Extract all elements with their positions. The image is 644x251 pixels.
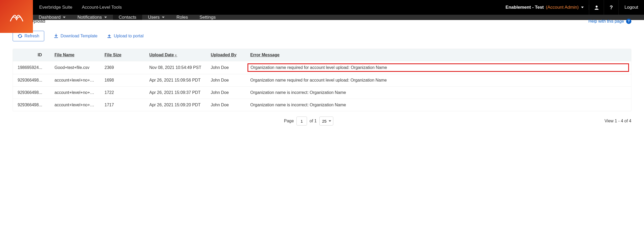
cell-id: 198695924... [13, 61, 50, 74]
table-row: 198695924...Good+test+file.csv2369Nov 08… [13, 61, 631, 74]
cell-date: Nov 08, 2021 10:54:49 PST [145, 61, 206, 74]
cell-error: Organization name required for account l… [245, 61, 631, 74]
cell-by: John Doe [206, 74, 245, 87]
help-link-label: Help with this page [588, 19, 624, 24]
user-icon [594, 5, 599, 10]
nav-users-label: Users [148, 15, 160, 20]
account-tools-link[interactable]: Account-Level Tools [82, 5, 122, 10]
nav-roles[interactable]: Roles [171, 15, 194, 20]
primary-nav: Dashboard Notifications Contacts Users R… [33, 15, 644, 20]
cell-date: Apr 26, 2021 15:09:20 PDT [145, 99, 206, 111]
col-upload-date[interactable]: Upload Date▼ [145, 49, 206, 61]
help-link[interactable]: Help with this page ? [588, 19, 631, 24]
pager-controls: Page of 1 25 [284, 117, 333, 125]
cell-by: John Doe [206, 61, 245, 74]
logout-link[interactable]: Logout [618, 0, 644, 15]
chevron-down-icon [162, 16, 165, 19]
col-uploaded-by[interactable]: Uploaded By [206, 49, 245, 61]
chevron-down-icon [581, 6, 584, 9]
upload-portal-link[interactable]: Upload to portal [107, 34, 143, 38]
pager-summary: View 1 - 4 of 4 [605, 119, 631, 123]
uploads-table: ID File Name File Size Upload Date▼ Uplo… [13, 49, 631, 111]
cell-error: Organization name is incorrect: Organiza… [245, 87, 631, 99]
nav-settings[interactable]: Settings [194, 15, 221, 20]
topbar-content: Everbridge Suite Account-Level Tools Ena… [33, 0, 644, 15]
pager-page-label: Page [284, 119, 294, 123]
upload-label: Upload to portal [114, 34, 143, 38]
nav-notifications-label: Notifications [77, 15, 102, 20]
pager-page-input[interactable] [296, 117, 307, 125]
col-id[interactable]: ID [13, 49, 50, 61]
cell-id: 929366498... [13, 87, 50, 99]
cell-by: John Doe [206, 87, 245, 99]
topbar-links: Everbridge Suite Account-Level Tools [33, 5, 122, 10]
chevron-down-icon [104, 16, 107, 19]
cell-size: 2369 [100, 61, 145, 74]
nav-contacts[interactable]: Contacts [113, 15, 142, 20]
download-template-link[interactable]: Download Template [54, 34, 97, 38]
table-row: 929366498...account+level+no+or...1717Ap… [13, 99, 631, 111]
pager-of-label: of 1 [310, 119, 317, 123]
chevron-down-icon [63, 16, 66, 19]
refresh-label: Refresh [24, 34, 39, 38]
cell-file: account+level+no+or... [50, 74, 100, 87]
cell-id: 929366498... [13, 99, 50, 111]
help-icon: ? [626, 19, 631, 24]
pager-per-page-select[interactable]: 25 [319, 117, 333, 125]
question-icon: ? [610, 4, 613, 11]
suite-link[interactable]: Everbridge Suite [39, 5, 72, 10]
col-file-name[interactable]: File Name [50, 49, 100, 61]
everbridge-logo-icon [9, 9, 24, 24]
account-switcher[interactable]: Enablement - Test (Account Admin) [501, 5, 589, 10]
nav-settings-label: Settings [200, 15, 216, 20]
cell-error: Organization name is incorrect: Organiza… [245, 99, 631, 111]
nav-users[interactable]: Users [142, 15, 171, 20]
table-row: 929366498...account+level+no+or...1722Ap… [13, 87, 631, 99]
help-button[interactable]: ? [604, 0, 618, 15]
cell-size: 1717 [100, 99, 145, 111]
download-label: Download Template [61, 34, 97, 38]
profile-button[interactable] [589, 0, 604, 15]
topbar-row: Everbridge Suite Account-Level Tools Ena… [33, 0, 644, 15]
error-highlight: Organization name required for account l… [247, 63, 629, 72]
cell-by: John Doe [206, 99, 245, 111]
col-upload-date-label: Upload Date [149, 53, 174, 57]
cell-date: Apr 26, 2021 15:09:37 PDT [145, 87, 206, 99]
brand-logo[interactable] [0, 0, 33, 33]
account-name: Enablement - Test [506, 5, 544, 10]
col-error-message[interactable]: Error Message [245, 49, 631, 61]
cell-date: Apr 26, 2021 15:09:56 PDT [145, 74, 206, 87]
table-row: 929366498...account+level+no+or...1698Ap… [13, 74, 631, 87]
top-bar: Everbridge Suite Account-Level Tools Ena… [0, 0, 644, 15]
svg-point-0 [596, 6, 598, 8]
download-icon [54, 34, 58, 38]
cell-file: account+level+no+or... [50, 99, 100, 111]
cell-error: Organization name required for account l… [245, 74, 631, 87]
refresh-icon [18, 34, 22, 38]
cell-size: 1722 [100, 87, 145, 99]
col-file-size[interactable]: File Size [100, 49, 145, 61]
page-body: Contact Upload Help with this page ? Ref… [0, 15, 644, 111]
toolbar: Refresh Download Template Upload to port… [13, 31, 631, 41]
cell-id: 929366498... [13, 74, 50, 87]
cell-size: 1698 [100, 74, 145, 87]
account-role: (Account Admin) [546, 5, 579, 10]
pagination: Page of 1 25 View 1 - 4 of 4 [0, 111, 644, 133]
nav-roles-label: Roles [176, 15, 188, 20]
table-header-row: ID File Name File Size Upload Date▼ Uplo… [13, 49, 631, 61]
nav-contacts-label: Contacts [119, 15, 136, 20]
upload-icon [107, 34, 112, 38]
cell-file: Good+test+file.csv [50, 61, 100, 74]
cell-file: account+level+no+or... [50, 87, 100, 99]
nav-notifications[interactable]: Notifications [72, 15, 113, 20]
sort-desc-icon: ▼ [174, 54, 177, 57]
table-body: 198695924...Good+test+file.csv2369Nov 08… [13, 61, 631, 111]
